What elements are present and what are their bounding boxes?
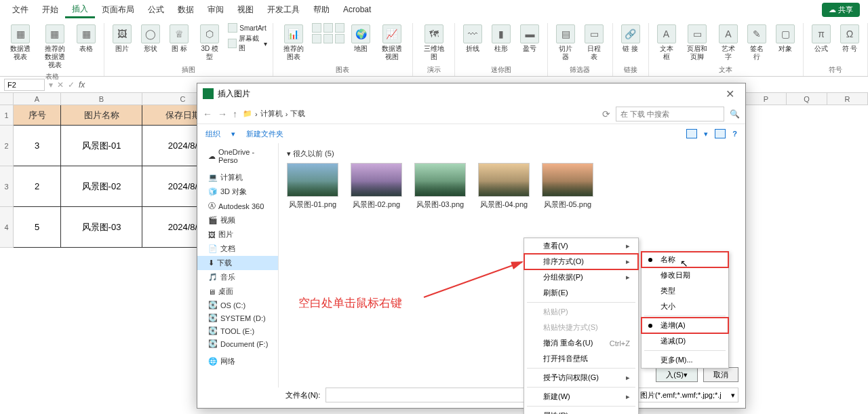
menu-view[interactable]: 视图 <box>231 1 260 18</box>
file-thumb[interactable]: 风景图-04.png <box>478 163 530 210</box>
tree-item[interactable]: 💽 OS (C:) <box>197 299 278 312</box>
link-button[interactable]: 🔗链 接 <box>618 23 643 54</box>
context-menu-item[interactable]: 粘贴(P) <box>524 304 638 320</box>
nav-back-icon[interactable]: ← <box>203 109 212 119</box>
tree-item[interactable]: 🖼 图片 <box>197 227 278 242</box>
object-button[interactable]: ▢对象 <box>773 23 797 54</box>
header-cell[interactable]: 序号 <box>14 105 61 126</box>
data-cell[interactable]: 风景图-03 <box>61 207 142 248</box>
menu-page-layout[interactable]: 页面布局 <box>95 1 141 18</box>
3d-map-button[interactable]: 🗺三维地 图 <box>418 23 450 62</box>
fx-label[interactable]: fx <box>79 80 85 90</box>
tree-item[interactable]: 💽 SYSTEM (D:) <box>197 312 278 324</box>
smartart-button[interactable]: SmartArt <box>228 23 267 33</box>
context-menu-item[interactable]: 授予访问权限(G)▸ <box>524 370 638 385</box>
sparkline-winloss-button[interactable]: ▬盈亏 <box>517 23 542 54</box>
search-input[interactable] <box>616 107 724 121</box>
context-menu-item[interactable]: 大小 <box>642 299 728 314</box>
menu-help[interactable]: 帮助 <box>307 1 336 18</box>
search-icon[interactable]: 🔍 <box>730 109 740 119</box>
maps-button[interactable]: 🌍地图 <box>349 23 373 54</box>
menu-review[interactable]: 审阅 <box>201 1 231 18</box>
insert-button[interactable]: 入(S) ▾ <box>656 367 698 382</box>
group-header[interactable]: ▾ 很久以前 (5) <box>287 149 737 159</box>
symbol-button[interactable]: Ω符 号 <box>837 23 862 54</box>
name-box[interactable] <box>4 79 45 91</box>
pivot-table-button[interactable]: ▦数据透 视表 <box>5 23 36 62</box>
wordart-button[interactable]: A艺术字 <box>716 23 741 62</box>
new-folder-button[interactable]: 新建文件夹 <box>246 129 283 139</box>
data-cell[interactable]: 风景图-01 <box>61 126 142 166</box>
shapes-button[interactable]: ◯形状 <box>138 23 163 54</box>
table-button[interactable]: ▦表格 <box>74 23 98 54</box>
view-icon[interactable] <box>686 129 697 138</box>
menu-formulas[interactable]: 公式 <box>141 1 171 18</box>
nav-up-icon[interactable]: ↑ <box>233 109 237 119</box>
context-menu-item[interactable]: 类型 <box>642 283 728 299</box>
tree-item[interactable]: ☁ OneDrive - Perso <box>197 146 278 166</box>
tree-item[interactable]: 🌐 网络 <box>197 354 278 369</box>
screenshot-button[interactable]: 屏幕截图 ▾ <box>228 34 267 53</box>
equation-button[interactable]: π公式 <box>809 23 833 54</box>
signature-button[interactable]: ✎签名行 <box>745 23 769 62</box>
context-menu-item[interactable]: 新建(W)▸ <box>524 389 638 404</box>
tree-item[interactable]: 💻 计算机 <box>197 170 278 185</box>
file-filter-combo[interactable]: 图片(*.emf;*.wmf;*.jpg;*.j▾ <box>637 388 738 402</box>
file-thumb[interactable]: 风景图-02.png <box>351 163 402 210</box>
context-menu-item[interactable]: 排序方式(O)▸ <box>524 254 638 269</box>
textbox-button[interactable]: A文本框 <box>654 23 679 62</box>
tree-item-downloads[interactable]: ⬇ 下载 <box>197 256 278 270</box>
context-menu-item[interactable]: 属性(R) <box>524 408 638 414</box>
share-button[interactable]: ☁ 共享 <box>822 3 860 17</box>
col-header-p[interactable]: P <box>746 93 787 105</box>
pivot-chart-button[interactable]: 📈数据透视图 <box>377 23 406 62</box>
help-icon[interactable]: ? <box>732 130 737 138</box>
sparkline-column-button[interactable]: ▮柱形 <box>489 23 513 54</box>
col-header-a[interactable]: A <box>14 93 61 105</box>
tree-item[interactable]: Ⓐ Autodesk 360 <box>197 199 278 213</box>
preview-icon[interactable] <box>715 129 726 138</box>
file-thumb[interactable]: 风景图-05.png <box>542 163 593 210</box>
data-cell[interactable]: 2 <box>14 166 61 207</box>
header-cell[interactable]: 图片名称 <box>61 105 142 126</box>
context-menu-item[interactable]: 分组依据(P)▸ <box>524 269 638 285</box>
menu-home[interactable]: 开始 <box>35 1 65 18</box>
row-header[interactable]: 2 <box>0 126 14 166</box>
row-header[interactable]: 3 <box>0 166 14 207</box>
header-footer-button[interactable]: ▭页眉和页脚 <box>683 23 713 62</box>
sparkline-line-button[interactable]: 〰折线 <box>460 23 485 54</box>
timeline-button[interactable]: ▭日程表 <box>582 23 606 62</box>
data-cell[interactable]: 3 <box>14 126 61 166</box>
icons-button[interactable]: ♕图 标 <box>167 23 191 54</box>
3d-models-button[interactable]: ⬡3D 模 型 <box>195 23 224 62</box>
menu-insert[interactable]: 插入 <box>65 1 95 18</box>
menu-developer[interactable]: 开发工具 <box>260 1 307 18</box>
pictures-button[interactable]: 🖼图片 <box>110 23 134 54</box>
tree-item[interactable]: 🧊 3D 对象 <box>197 185 278 199</box>
file-thumb[interactable]: 风景图-01.png <box>287 163 338 210</box>
col-header-q[interactable]: Q <box>787 93 827 105</box>
breadcrumb[interactable]: 📁 ›计算机›下载 <box>243 109 305 119</box>
row-header[interactable]: 4 <box>0 207 14 248</box>
menu-data[interactable]: 数据 <box>171 1 201 18</box>
tree-item[interactable]: 🎵 音乐 <box>197 270 278 284</box>
chart-gallery[interactable] <box>312 23 344 43</box>
data-cell[interactable]: 5 <box>14 207 61 248</box>
tree-item[interactable]: 🖥 桌面 <box>197 284 278 299</box>
tree-item[interactable]: 📄 文档 <box>197 242 278 256</box>
file-thumb[interactable]: 风景图-03.png <box>414 163 466 210</box>
context-menu-item[interactable]: 修改日期 <box>642 267 728 283</box>
slicer-button[interactable]: ▤切片器 <box>553 23 578 62</box>
context-menu-item[interactable]: 撤消 重命名(U)Ctrl+Z <box>524 335 638 351</box>
tree-item[interactable]: 💽 TOOL (E:) <box>197 324 278 337</box>
menu-file[interactable]: 文件 <box>5 1 35 18</box>
menu-acrobat[interactable]: Acrobat <box>336 2 378 17</box>
col-header-b[interactable]: B <box>61 93 142 105</box>
context-menu-item[interactable]: 递增(A) <box>642 318 728 333</box>
context-menu-item[interactable]: 更多(M)... <box>642 352 728 368</box>
tree-item[interactable]: 🎬 视频 <box>197 213 278 227</box>
context-menu-item[interactable]: 刷新(E) <box>524 285 638 301</box>
cancel-button[interactable]: 取消 <box>703 367 738 382</box>
recommended-charts-button[interactable]: 📊推荐的 图表 <box>279 23 308 62</box>
col-header-r[interactable]: R <box>827 93 868 105</box>
